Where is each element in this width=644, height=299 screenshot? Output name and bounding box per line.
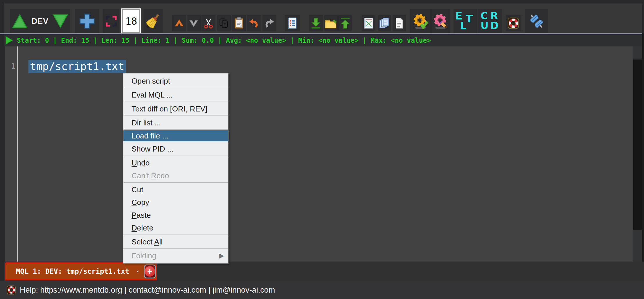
triangle-down-icon	[52, 13, 69, 30]
open-folder-button[interactable]	[324, 15, 338, 31]
tab-bar: MQL 1: DEV: tmp/script1.txt +	[4, 262, 644, 281]
tab-label: MQL 1: DEV: tmp/script1.txt	[16, 267, 129, 275]
connector-button[interactable]	[525, 9, 548, 33]
elt-button[interactable]: ETL	[454, 9, 477, 33]
redo-arrow-icon	[264, 17, 275, 29]
selection-corners-icon	[105, 15, 118, 28]
menu-item-text-diff-on-ori-rev[interactable]: Text diff on [ORI, REV]	[123, 102, 228, 115]
menu-separator	[123, 88, 228, 88]
plus-icon	[78, 12, 96, 30]
broom-icon	[145, 13, 161, 29]
crud-button-letters: CRUD	[480, 10, 500, 32]
document-icon	[393, 17, 405, 29]
upload-arrow-icon	[339, 17, 351, 29]
menu-item-copy[interactable]: Copy	[123, 196, 228, 209]
menu-item-can-t-redo[interactable]: Can't Redo	[123, 169, 228, 182]
play-icon	[5, 36, 13, 45]
copy-button[interactable]	[217, 15, 231, 31]
process-edit-button[interactable]	[431, 9, 450, 33]
font-size-box[interactable]: 18	[122, 9, 140, 33]
chart-icon	[363, 17, 375, 29]
editor-context-menu: Open scriptEval MQL ...Text diff on [ORI…	[123, 73, 229, 264]
env-switcher-button[interactable]: DEV	[10, 9, 70, 33]
menu-item-show-pid[interactable]: Show PID ...	[123, 143, 228, 155]
menu-item-dir-list[interactable]: Dir list ...	[123, 116, 228, 129]
cut-button[interactable]	[202, 15, 215, 31]
vertical-scrollbar[interactable]	[633, 46, 642, 262]
folder-icon	[324, 17, 337, 30]
menu-item-paste[interactable]: Paste	[123, 209, 228, 221]
toolbar: DEV18ETLCRUD	[4, 3, 642, 33]
menu-item-open-script[interactable]: Open script	[123, 75, 228, 87]
menu-separator	[123, 129, 228, 130]
selection-frame-button[interactable]	[103, 9, 119, 33]
menu-separator	[123, 116, 228, 116]
help-button[interactable]	[506, 15, 521, 31]
paste-button[interactable]	[232, 15, 246, 31]
tab-add-button[interactable]: +	[144, 264, 156, 278]
window-right-edge	[642, 33, 644, 262]
download-arrow-icon	[310, 17, 322, 29]
clean-button[interactable]	[143, 9, 163, 33]
clipboard-icon	[233, 17, 245, 29]
execute-log-button[interactable]	[285, 15, 300, 31]
menu-item-folding[interactable]: Folding▶	[123, 249, 228, 262]
selection-status-bar: Start: 0 | End: 15 | Len: 15 | Line: 1 |…	[4, 34, 642, 46]
menu-separator	[123, 142, 228, 142]
plug-icon	[528, 13, 545, 30]
gear-edit-icon	[432, 13, 449, 30]
redo-button[interactable]	[262, 15, 276, 31]
elt-button-letters: ETL	[455, 10, 476, 32]
menu-separator	[123, 102, 228, 102]
menu-item-delete[interactable]: Delete	[123, 221, 228, 234]
menu-item-load-file[interactable]: Load file ...	[123, 130, 228, 141]
menu-item-cut[interactable]: Cut	[123, 183, 228, 196]
menu-separator	[123, 235, 228, 235]
menu-item-undo[interactable]: Undo	[123, 156, 228, 169]
gear-check-icon	[412, 13, 429, 30]
plus-icon: +	[145, 266, 155, 277]
gutter-separator	[17, 46, 18, 262]
navigate-up-button[interactable]	[172, 15, 186, 31]
document-list-icon	[286, 17, 298, 29]
lifebuoy-icon	[507, 17, 520, 30]
tab-broom-icon[interactable]	[137, 265, 139, 278]
undo-button[interactable]	[247, 15, 261, 31]
status-text: Start: 0 | End: 15 | Len: 15 | Line: 1 |…	[17, 37, 431, 44]
process-run-button[interactable]	[410, 9, 431, 33]
scrollbar-thumb[interactable]	[633, 60, 642, 230]
menu-item-eval-mql[interactable]: Eval MQL ...	[123, 89, 228, 101]
copy-icon	[218, 17, 230, 29]
tab-mql-1[interactable]: MQL 1: DEV: tmp/script1.txt +	[5, 262, 157, 280]
menu-separator	[123, 182, 228, 183]
font-size-value: 18	[122, 9, 140, 33]
document-button[interactable]	[393, 15, 406, 31]
selected-text: tmp/script1.txt	[28, 60, 126, 73]
export-button[interactable]	[338, 15, 352, 31]
pages-button[interactable]	[378, 15, 391, 31]
help-status-bar: Help: https://www.mentdb.org | contact@i…	[0, 281, 644, 299]
lifebuoy-icon	[6, 285, 16, 295]
env-label: DEV	[32, 17, 49, 26]
chevron-down-icon	[188, 17, 199, 29]
chevron-up-icon	[173, 17, 185, 29]
menu-item-select-all[interactable]: Select All	[123, 235, 228, 248]
import-button[interactable]	[309, 15, 323, 31]
code-editor[interactable]: 1 tmp/script1.txt	[5, 46, 633, 262]
new-script-button[interactable]	[75, 9, 99, 33]
stacked-pages-icon	[378, 17, 391, 29]
menu-separator	[123, 248, 228, 249]
menu-separator	[123, 156, 228, 156]
scissors-icon	[203, 17, 214, 29]
undo-arrow-icon	[248, 17, 260, 29]
submenu-arrow-icon: ▶	[219, 249, 224, 262]
crud-button[interactable]: CRUD	[478, 9, 502, 33]
help-text: Help: https://www.mentdb.org | contact@i…	[20, 286, 275, 295]
triangle-up-icon	[11, 13, 28, 30]
navigate-down-button[interactable]	[187, 15, 201, 31]
line-number: 1	[5, 62, 16, 71]
chart-button[interactable]	[362, 15, 375, 31]
